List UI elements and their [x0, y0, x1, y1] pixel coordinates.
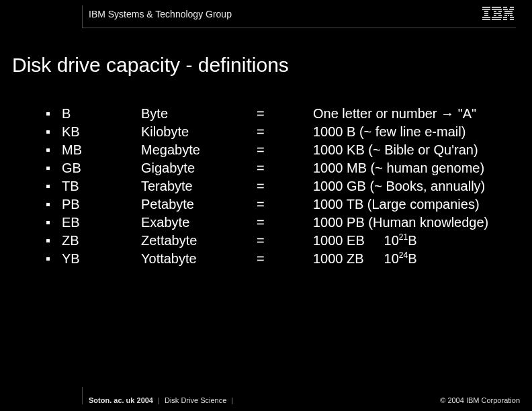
- list-item: ▪ ZB Zettabyte = 1000 EB 1021B: [46, 232, 532, 250]
- list-item: ▪ MB Megabyte = 1000 KB (~ Bible or Qu'r…: [46, 141, 532, 159]
- svg-rect-8: [492, 9, 502, 10]
- svg-rect-29: [510, 17, 514, 18]
- list-item: ▪ EB Exabyte = 1000 PB (Human knowledge): [46, 214, 532, 232]
- abbrev: B: [62, 105, 141, 123]
- definition: 1000 GB (~ Books, annually): [313, 177, 532, 195]
- unit-name: Yottabyte: [141, 250, 257, 268]
- definition: 1000 MB (~ human genome): [313, 159, 532, 177]
- definitions-list: ▪ B Byte = One letter or number → "A" ▪ …: [0, 77, 532, 268]
- ibm-logo: [482, 7, 515, 20]
- svg-rect-12: [494, 15, 496, 16]
- footer-divider: [82, 387, 83, 404]
- svg-rect-15: [492, 19, 501, 20]
- definition: 1000 KB (~ Bible or Qu'ran): [313, 141, 532, 159]
- list-item: ▪ KB Kilobyte = 1000 B (~ few line e-mai…: [46, 123, 532, 141]
- svg-rect-14: [492, 17, 502, 18]
- equals: =: [257, 141, 313, 159]
- unit-name: Petabyte: [141, 195, 257, 214]
- svg-rect-30: [503, 19, 507, 20]
- svg-rect-0: [482, 7, 490, 8]
- svg-rect-19: [509, 9, 514, 10]
- equals: =: [257, 232, 313, 250]
- svg-rect-16: [503, 7, 507, 8]
- bullet-icon: ▪: [46, 159, 62, 177]
- slide-header: IBM Systems & Technology Group: [0, 0, 532, 28]
- header-divider: [82, 5, 83, 28]
- abbrev: EB: [62, 214, 141, 232]
- definition-b: 1021B: [384, 233, 417, 248]
- unit-name: Megabyte: [141, 141, 257, 159]
- list-item: ▪ PB Petabyte = 1000 TB (Large companies…: [46, 195, 532, 214]
- svg-rect-17: [510, 7, 514, 8]
- definition: 1000 PB (Human knowledge): [313, 214, 532, 232]
- svg-rect-21: [508, 11, 513, 12]
- svg-rect-6: [482, 19, 490, 20]
- list-item: ▪ GB Gigabyte = 1000 MB (~ human genome): [46, 159, 532, 177]
- equals: =: [257, 250, 313, 268]
- equals: =: [257, 123, 313, 141]
- svg-rect-31: [510, 19, 514, 20]
- svg-rect-9: [494, 11, 496, 12]
- abbrev: YB: [62, 250, 141, 268]
- svg-rect-4: [484, 15, 488, 16]
- svg-rect-10: [498, 11, 502, 12]
- svg-rect-3: [484, 13, 488, 14]
- bullet-icon: ▪: [46, 232, 62, 250]
- unit-name: Kilobyte: [141, 123, 257, 141]
- equals: =: [257, 177, 313, 195]
- bullet-icon: ▪: [46, 123, 62, 141]
- unit-name: Zettabyte: [141, 232, 257, 250]
- svg-rect-5: [482, 17, 490, 18]
- definition: 1000 TB (Large companies): [313, 195, 532, 214]
- unit-name: Exabyte: [141, 214, 257, 232]
- footer-left: Soton. ac. uk 2004 | Disk Drive Science …: [89, 396, 236, 404]
- unit-name: Byte: [141, 105, 257, 123]
- abbrev: KB: [62, 123, 141, 141]
- svg-rect-11: [494, 13, 501, 14]
- svg-rect-22: [504, 13, 507, 14]
- svg-rect-20: [504, 11, 508, 12]
- svg-rect-2: [484, 11, 488, 12]
- header-rule: [82, 28, 516, 28]
- slide-footer: Soton. ac. uk 2004 | Disk Drive Science …: [0, 396, 532, 404]
- unit-name: Gigabyte: [141, 159, 257, 177]
- bullet-icon: ▪: [46, 214, 62, 232]
- svg-rect-18: [503, 9, 508, 10]
- group-name: IBM Systems & Technology Group: [89, 9, 232, 19]
- svg-rect-13: [498, 15, 502, 16]
- equals: =: [257, 105, 313, 123]
- equals: =: [257, 195, 313, 214]
- definition: 1000 EB 1021B: [313, 232, 532, 250]
- svg-rect-24: [510, 13, 513, 14]
- list-item: ▪ TB Terabyte = 1000 GB (~ Books, annual…: [46, 177, 532, 195]
- abbrev: TB: [62, 177, 141, 195]
- abbrev: ZB: [62, 232, 141, 250]
- svg-rect-27: [510, 15, 513, 16]
- definition: 1000 B (~ few line e-mail): [313, 123, 532, 141]
- svg-rect-23: [507, 13, 510, 14]
- bullet-icon: ▪: [46, 195, 62, 214]
- definition-b: 1024B: [384, 251, 417, 266]
- slide-title: Disk drive capacity - definitions: [0, 28, 532, 77]
- unit-name: Terabyte: [141, 177, 257, 195]
- list-item: ▪ YB Yottabyte = 1000 ZB 1024B: [46, 250, 532, 268]
- equals: =: [257, 214, 313, 232]
- footer-copyright: © 2004 IBM Corporation: [440, 396, 520, 404]
- bullet-icon: ▪: [46, 177, 62, 195]
- abbrev: MB: [62, 141, 141, 159]
- definition-a: 1000 ZB: [313, 250, 380, 268]
- svg-rect-26: [508, 15, 509, 16]
- definition-a: 1000 EB: [313, 232, 380, 250]
- svg-rect-28: [503, 17, 507, 18]
- definition: 1000 ZB 1024B: [313, 250, 532, 268]
- bullet-icon: ▪: [46, 250, 62, 268]
- definition: One letter or number → "A": [313, 105, 532, 123]
- equals: =: [257, 159, 313, 177]
- bullet-icon: ▪: [46, 105, 62, 123]
- list-item: ▪ B Byte = One letter or number → "A": [46, 105, 532, 123]
- abbrev: GB: [62, 159, 141, 177]
- abbrev: PB: [62, 195, 141, 214]
- bullet-icon: ▪: [46, 141, 62, 159]
- svg-rect-7: [492, 7, 501, 8]
- svg-rect-25: [504, 15, 507, 16]
